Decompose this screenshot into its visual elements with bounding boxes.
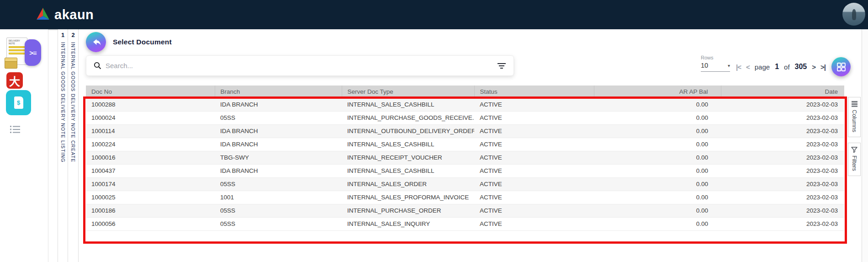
cardboard-box-icon — [5, 58, 17, 69]
cell-ar-ap-bal: 0.00 — [594, 164, 721, 177]
last-page-button[interactable]: >| — [820, 63, 826, 71]
page-label: page — [755, 63, 770, 71]
cell-doc-no: 1000056 — [86, 217, 215, 230]
cell-server-doc-type: INTERNAL_PURCHASE_GOODS_RECEIVE... — [342, 111, 474, 124]
cell-branch: 1001 — [215, 191, 342, 204]
cell-doc-no: 1000288 — [86, 98, 215, 111]
rows-per-page-select[interactable]: Rows 10 ▾ — [701, 62, 730, 72]
table-row[interactable]: 1000024 05SS INTERNAL_PURCHASE_GOODS_REC… — [86, 111, 844, 124]
search-input[interactable] — [106, 62, 497, 70]
filter-list-icon[interactable] — [497, 63, 506, 69]
columns-panel-button[interactable]: Columns — [848, 97, 861, 137]
cell-date: 2023-02-03 — [721, 177, 844, 191]
column-header-branch[interactable]: Branch — [215, 86, 342, 98]
cell-ar-ap-bal: 0.00 — [594, 98, 721, 111]
cell-branch: 05SS — [215, 177, 342, 191]
cell-date: 2023-02-03 — [721, 191, 844, 204]
prev-page-button[interactable]: < — [746, 63, 750, 71]
cell-doc-no: 1000224 — [86, 138, 215, 151]
funnel-icon — [851, 147, 857, 153]
column-header-date[interactable]: Date — [721, 86, 844, 98]
table-body: 1000288 IDA BRANCH INTERNAL_SALES_CASHBI… — [86, 98, 844, 230]
cell-status: ACTIVE — [474, 124, 594, 138]
cell-date: 2023-02-03 — [721, 124, 844, 138]
back-button[interactable] — [86, 32, 106, 52]
cell-ar-ap-bal: 0.00 — [594, 138, 721, 151]
cell-ar-ap-bal: 0.00 — [594, 204, 721, 217]
rows-label: Rows — [701, 55, 714, 60]
cell-branch: 05SS — [215, 111, 342, 124]
cell-date: 2023-02-03 — [721, 217, 844, 230]
cell-status: ACTIVE — [474, 138, 594, 151]
brand-logo[interactable]: akaun — [36, 7, 94, 22]
filters-label: Filters — [851, 155, 857, 171]
total-pages: 305 — [795, 63, 807, 71]
search-bar — [86, 55, 514, 76]
user-avatar[interactable] — [842, 3, 865, 26]
sidebar-gutter — [48, 29, 58, 262]
sidebar-item-red-app[interactable]: 大 — [6, 72, 23, 89]
column-header-doc-no[interactable]: Doc No — [86, 86, 215, 98]
workspace-tab-listing[interactable]: 1 INTERNAL GOODS DELIVERY NOTE LISTING — [58, 29, 68, 262]
cell-doc-no: 1000437 — [86, 164, 215, 177]
cell-date: 2023-02-03 — [721, 204, 844, 217]
cell-status: ACTIVE — [474, 204, 594, 217]
cell-status: ACTIVE — [474, 111, 594, 124]
of-label: of — [784, 63, 790, 71]
cell-branch: 05SS — [215, 217, 342, 230]
cell-status: ACTIVE — [474, 151, 594, 164]
sidebar-item-list-menu[interactable] — [10, 125, 20, 135]
invoice-dollar-icon: $ — [14, 96, 23, 109]
cell-ar-ap-bal: 0.00 — [594, 111, 721, 124]
console-prompt-fab-icon[interactable]: >≡ — [25, 39, 41, 66]
pagination: |< < page 1 of 305 > >| — [736, 63, 826, 71]
first-page-button[interactable]: |< — [736, 63, 741, 71]
column-header-ar-ap-bal[interactable]: AR AP Bal — [594, 86, 721, 98]
caret-down-icon: ▾ — [728, 63, 730, 68]
cell-branch: TBG-SWY — [215, 151, 342, 164]
cell-date: 2023-02-03 — [721, 164, 844, 177]
documents-table: Doc No Branch Server Doc Type Status AR … — [86, 86, 848, 231]
cell-ar-ap-bal: 0.00 — [594, 151, 721, 164]
workspace-tab-number: 2 — [71, 32, 74, 38]
column-header-status[interactable]: Status — [474, 86, 594, 98]
sidebar-item-delivery-note-app[interactable]: DELIVERY NOTE >≡ — [5, 37, 47, 75]
cell-date: 2023-02-03 — [721, 111, 844, 124]
cell-server-doc-type: INTERNAL_SALES_CASHBILL — [342, 138, 474, 151]
table-row[interactable]: 1000025 1001 INTERNAL_SALES_PROFORMA_INV… — [86, 191, 844, 204]
workspace-tab-create[interactable]: 2 INTERNAL GOODS DELIVERY NOTE CREATE — [68, 29, 79, 262]
cell-branch: IDA BRANCH — [215, 124, 342, 138]
table-row[interactable]: 1000016 TBG-SWY INTERNAL_RECEIPT_VOUCHER… — [86, 151, 844, 164]
cell-server-doc-type: INTERNAL_SALES_ORDER — [342, 177, 474, 191]
cell-doc-no: 1000025 — [86, 191, 215, 204]
workspace-tab-label: INTERNAL GOODS DELIVERY NOTE CREATE — [70, 42, 76, 162]
cell-status: ACTIVE — [474, 191, 594, 204]
red-app-glyph: 大 — [9, 73, 20, 89]
table-row[interactable]: 1000437 IDA BRANCH INTERNAL_SALES_CASHBI… — [86, 164, 844, 177]
vertical-scrollbar[interactable] — [862, 29, 868, 262]
cell-date: 2023-02-03 — [721, 138, 844, 151]
table-row[interactable]: 1000114 IDA BRANCH INTERNAL_OUTBOUND_DEL… — [86, 124, 844, 138]
next-page-button[interactable]: > — [812, 63, 815, 71]
page-title: Select Document — [113, 38, 172, 46]
cell-branch: IDA BRANCH — [215, 164, 342, 177]
avatar-photo — [852, 9, 856, 20]
table-header-row: Doc No Branch Server Doc Type Status AR … — [86, 86, 844, 98]
cell-status: ACTIVE — [474, 164, 594, 177]
apps-grid-button[interactable] — [831, 57, 851, 76]
filters-panel-button[interactable]: Filters — [848, 143, 861, 176]
sidebar-item-billing-app[interactable]: $ — [6, 90, 31, 115]
cell-server-doc-type: INTERNAL_RECEIPT_VOUCHER — [342, 151, 474, 164]
main-content: Select Document Rows — [79, 29, 848, 262]
table-row[interactable]: 1000056 05SS INTERNAL_SALES_INQUIRY ACTI… — [86, 217, 844, 230]
table-row[interactable]: 1000224 IDA BRANCH INTERNAL_SALES_CASHBI… — [86, 138, 844, 151]
cell-server-doc-type: INTERNAL_SALES_INQUIRY — [342, 217, 474, 230]
back-arrow-icon — [90, 37, 101, 48]
column-header-server-doc-type[interactable]: Server Doc Type — [342, 86, 474, 98]
table-row[interactable]: 1000288 IDA BRANCH INTERNAL_SALES_CASHBI… — [86, 98, 844, 111]
table-row[interactable]: 1000186 05SS INTERNAL_PURCHASE_ORDER ACT… — [86, 204, 844, 217]
cell-server-doc-type: INTERNAL_OUTBOUND_DELIVERY_ORDER — [342, 124, 474, 138]
app-sidebar: DELIVERY NOTE >≡ 大 $ — [0, 29, 48, 262]
table-row[interactable]: 1000174 05SS INTERNAL_SALES_ORDER ACTIVE… — [86, 177, 844, 191]
cell-date: 2023-02-03 — [721, 98, 844, 111]
